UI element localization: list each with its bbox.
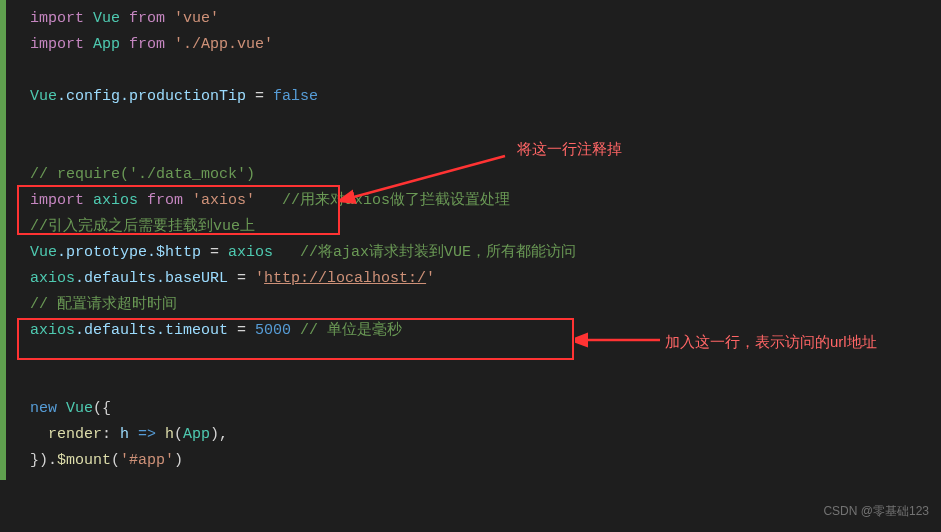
annotation-text-top: 将这一行注释掉 — [517, 140, 622, 159]
code-line — [30, 136, 941, 162]
code-line: //引入完成之后需要挂载到vue上 — [30, 214, 941, 240]
code-line: import axios from 'axios' //用来对axios做了拦截… — [30, 188, 941, 214]
code-line: }).$mount('#app') — [30, 448, 941, 474]
annotation-text-right: 加入这一行，表示访问的url地址 — [665, 333, 877, 352]
code-line — [30, 370, 941, 396]
code-line: import Vue from 'vue' — [30, 6, 941, 32]
code-line: Vue.config.productionTip = false — [30, 84, 941, 110]
code-line: new Vue({ — [30, 396, 941, 422]
code-line — [30, 58, 941, 84]
code-line — [30, 110, 941, 136]
code-line: Vue.prototype.$http = axios //将ajax请求封装到… — [30, 240, 941, 266]
code-line: // require('./data_mock') — [30, 162, 941, 188]
code-line: // 配置请求超时时间 — [30, 292, 941, 318]
code-editor[interactable]: import Vue from 'vue' import App from '.… — [0, 0, 941, 480]
code-line: axios.defaults.baseURL = 'http://localho… — [30, 266, 941, 292]
watermark: CSDN @零基础123 — [823, 503, 929, 520]
code-line: import App from './App.vue' — [30, 32, 941, 58]
code-line: render: h => h(App), — [30, 422, 941, 448]
gutter-modified — [0, 0, 6, 480]
